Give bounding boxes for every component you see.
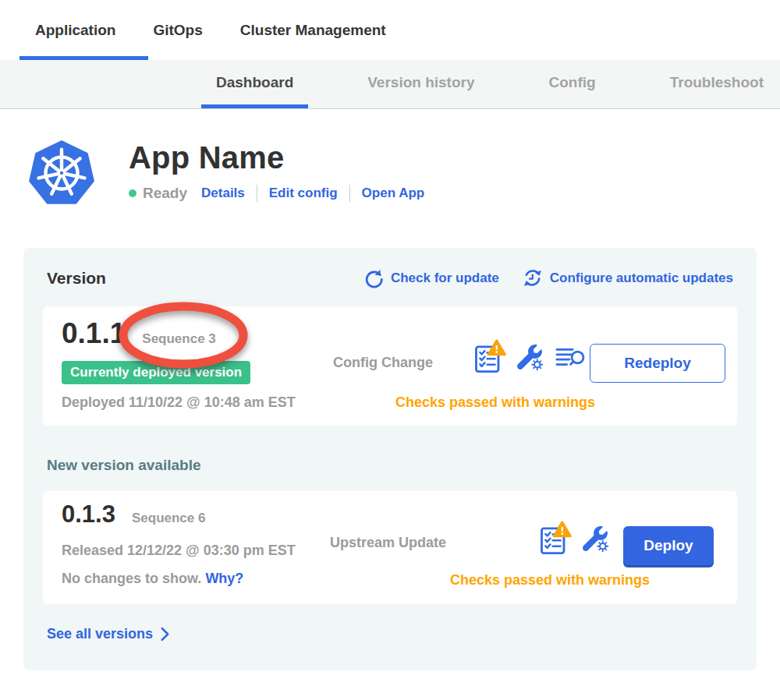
config-tools-icon[interactable] bbox=[582, 525, 609, 553]
tab-troubleshoot-label: Troubleshoot bbox=[670, 74, 764, 91]
next-checks-status: Checks passed with warnings bbox=[450, 572, 650, 589]
application-dashboard-page: Application GitOps Cluster Management Da… bbox=[0, 0, 780, 700]
next-version-number: 0.1.3 bbox=[62, 500, 115, 529]
deploy-button[interactable]: Deploy bbox=[623, 526, 714, 565]
check-for-update-label: Check for update bbox=[391, 270, 499, 286]
divider bbox=[257, 185, 257, 202]
why-link[interactable]: Why? bbox=[205, 571, 243, 586]
status-badge: Ready bbox=[143, 185, 187, 202]
tab-dashboard-label: Dashboard bbox=[216, 74, 293, 91]
current-version-card: 0.1.1 Sequence 3 Currently deployed vers… bbox=[43, 306, 737, 426]
currently-deployed-badge: Currently deployed version bbox=[62, 361, 250, 384]
top-nav: Application GitOps Cluster Management bbox=[0, 0, 780, 60]
app-tab-bar: Dashboard Version history Config Trouble… bbox=[0, 60, 780, 109]
see-all-versions-label: See all versions bbox=[47, 626, 153, 642]
released-timestamp: Released 12/12/22 @ 03:30 pm EST bbox=[62, 543, 296, 559]
divider bbox=[349, 185, 350, 202]
app-status-row: Ready Details Edit config Open App bbox=[129, 185, 424, 202]
version-panel: Version Check for update bbox=[23, 248, 757, 670]
tab-troubleshoot[interactable]: Troubleshoot bbox=[655, 60, 778, 108]
preflight-checks-icon[interactable] bbox=[539, 521, 572, 557]
edit-config-link[interactable]: Edit config bbox=[269, 186, 338, 201]
active-nav-underline bbox=[20, 56, 148, 60]
new-version-banner: New version available bbox=[47, 457, 737, 474]
auto-update-icon bbox=[523, 268, 543, 288]
next-version-sequence: Sequence 6 bbox=[132, 511, 206, 526]
changes-note: No changes to show. Why? bbox=[62, 571, 243, 587]
current-checks-status: Checks passed with warnings bbox=[395, 394, 595, 411]
new-version-card: 0.1.3 Sequence 6 Released 12/12/22 @ 03:… bbox=[43, 491, 737, 604]
current-version-sequence: Sequence 3 bbox=[142, 331, 216, 347]
version-section-title: Version bbox=[47, 269, 106, 288]
configure-automatic-updates-label: Configure automatic updates bbox=[550, 270, 733, 286]
deployed-timestamp: Deployed 11/10/22 @ 10:48 am EST bbox=[62, 394, 296, 411]
check-update-icon bbox=[363, 268, 384, 288]
top-nav-item-cluster-management[interactable]: Cluster Management bbox=[240, 22, 386, 39]
current-version-source: Config Change bbox=[333, 355, 433, 371]
preflight-checks-icon[interactable] bbox=[473, 339, 506, 375]
tab-config[interactable]: Config bbox=[534, 60, 611, 108]
status-ready-dot-icon bbox=[129, 189, 136, 197]
top-nav-item-application[interactable]: Application bbox=[35, 22, 115, 39]
details-link[interactable]: Details bbox=[201, 186, 245, 201]
config-tools-icon[interactable] bbox=[516, 344, 544, 371]
see-all-versions-link[interactable]: See all versions bbox=[47, 626, 170, 642]
tab-config-label: Config bbox=[549, 74, 596, 91]
view-files-icon[interactable] bbox=[554, 344, 588, 370]
next-version-source: Upstream Update bbox=[330, 535, 446, 551]
tab-version-history[interactable]: Version history bbox=[353, 60, 489, 108]
check-for-update-link[interactable]: Check for update bbox=[363, 268, 499, 288]
open-app-link[interactable]: Open App bbox=[362, 186, 425, 201]
page-title: App Name bbox=[129, 140, 424, 175]
configure-automatic-updates-link[interactable]: Configure automatic updates bbox=[523, 268, 733, 288]
redeploy-button[interactable]: Redeploy bbox=[590, 344, 725, 383]
kubernetes-logo-icon bbox=[27, 137, 96, 207]
tab-dashboard[interactable]: Dashboard bbox=[201, 60, 308, 108]
current-version-number: 0.1.1 bbox=[62, 317, 126, 350]
app-header: App Name Ready Details Edit config Open … bbox=[0, 137, 780, 207]
chevron-right-icon bbox=[160, 627, 170, 642]
no-changes-text: No changes to show. bbox=[62, 571, 201, 586]
tab-version-history-label: Version history bbox=[367, 74, 474, 91]
top-nav-item-gitops[interactable]: GitOps bbox=[153, 22, 202, 39]
